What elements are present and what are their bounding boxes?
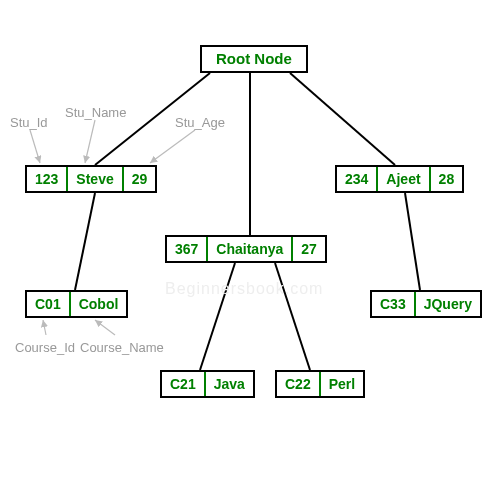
root-node: Root Node [200, 45, 308, 73]
root-label: Root Node [202, 47, 306, 71]
course-name: Cobol [71, 292, 127, 316]
course-node-jquery: C33 JQuery [370, 290, 482, 318]
stu-name: Ajeet [378, 167, 430, 191]
svg-line-3 [75, 193, 95, 290]
svg-line-10 [43, 320, 46, 335]
stu-id: 234 [337, 167, 378, 191]
annot-stu-name: Stu_Name [65, 105, 126, 120]
svg-line-7 [30, 130, 40, 163]
stu-age: 27 [293, 237, 325, 261]
course-id: C33 [372, 292, 416, 316]
course-id: C21 [162, 372, 206, 396]
student-node-steve: 123 Steve 29 [25, 165, 157, 193]
course-id: C22 [277, 372, 321, 396]
watermark: Beginnersbook.com [165, 280, 323, 298]
course-id: C01 [27, 292, 71, 316]
course-name: Java [206, 372, 253, 396]
annot-course-name: Course_Name [80, 340, 164, 355]
annot-stu-age: Stu_Age [175, 115, 225, 130]
course-node-java: C21 Java [160, 370, 255, 398]
svg-line-9 [150, 130, 195, 163]
course-node-cobol: C01 Cobol [25, 290, 128, 318]
annot-course-id: Course_Id [15, 340, 75, 355]
svg-line-2 [290, 73, 395, 165]
student-node-ajeet: 234 Ajeet 28 [335, 165, 464, 193]
stu-id: 123 [27, 167, 68, 191]
stu-age: 29 [124, 167, 156, 191]
svg-line-8 [85, 120, 95, 163]
stu-name: Chaitanya [208, 237, 293, 261]
svg-line-11 [95, 320, 115, 335]
annot-stu-id: Stu_Id [10, 115, 48, 130]
stu-name: Steve [68, 167, 123, 191]
stu-age: 28 [431, 167, 463, 191]
course-name: JQuery [416, 292, 480, 316]
course-name: Perl [321, 372, 363, 396]
svg-line-6 [405, 193, 420, 290]
student-node-chaitanya: 367 Chaitanya 27 [165, 235, 327, 263]
stu-id: 367 [167, 237, 208, 261]
course-node-perl: C22 Perl [275, 370, 365, 398]
